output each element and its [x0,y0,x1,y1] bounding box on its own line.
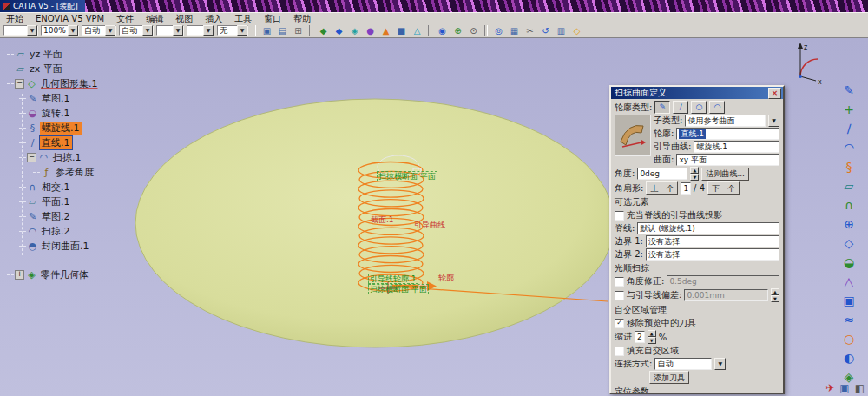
jet-icon[interactable]: ✈ [825,382,834,394]
tree-item-旋转.1[interactable]: ◒旋转.1 [19,106,187,121]
tree-item-几何图形集.1[interactable]: −◇几何图形集.1 [7,76,187,91]
toolbar-icon-8[interactable]: ▲ [379,25,392,36]
subtype-select[interactable]: 使用参考曲面 [685,115,766,127]
sweep-icon[interactable]: △ [839,273,858,289]
tree-item-零件几何体[interactable]: +◈零件几何体 [7,267,187,282]
boundary2-field[interactable]: 没有选择 [646,248,779,261]
auto-combo-2[interactable]: 自动▼ [119,25,154,36]
blend-icon[interactable]: ○ [839,330,858,346]
chevron-down-icon[interactable]: ▼ [203,25,214,36]
chevron-down-icon[interactable]: ▼ [768,115,779,127]
toolbar-icon-4[interactable]: ◆ [317,25,330,36]
title-bar[interactable]: CATIA V5 - [装配] [0,0,85,12]
toolbar-icon-12[interactable]: ⊕ [451,25,464,36]
plane-icon[interactable]: ▱ [839,177,858,194]
line-type-combo[interactable]: ▼ [187,25,214,36]
tree-item-yz 平面[interactable]: ▱yz 平面 [7,47,187,62]
next-sector-button[interactable]: 下一个 [707,182,740,195]
tree-item-直线.1[interactable]: ∕直线.1 [19,135,187,150]
angle-field[interactable]: 0deg [637,168,687,180]
fill-checkbox[interactable] [615,346,624,356]
conic-profile-icon[interactable]: ◠ [709,101,725,114]
angle-correction-checkbox[interactable] [615,277,624,287]
profile-field[interactable]: 直线.1 [676,128,779,140]
deviation-spinner[interactable]: ▲▼ [771,288,779,302]
loft-icon[interactable]: ≈ [839,311,858,327]
intersect-icon[interactable]: ∩ [839,196,858,213]
law-curve-button[interactable]: 法则曲线... [701,168,749,181]
toolbar-icon-15[interactable]: ▦ [508,25,521,36]
add-cutter-button[interactable]: 添加刀具 [649,371,689,384]
guide-field[interactable]: 螺旋线.1 [694,141,779,153]
tree-item-草图.2[interactable]: ✎草图.2 [19,209,187,224]
sector-value-field[interactable]: 1 [681,182,691,195]
toolbar-icon-6[interactable]: ◈ [348,25,361,36]
toolbar-icon-7[interactable]: ● [364,25,377,36]
chevron-down-icon[interactable]: ▼ [142,25,153,36]
toolbar-icon-14[interactable]: ◎ [492,25,505,36]
remove-cutters-checkbox[interactable]: ✓ [615,319,624,328]
style-combo[interactable]: ▼ [3,25,38,36]
dialog-close-button[interactable]: × [768,88,781,99]
line-profile-icon[interactable]: ∕ [673,101,688,114]
circle-profile-icon[interactable]: ○ [691,101,707,114]
tree-item-封闭曲面.1[interactable]: ◓封闭曲面.1 [19,239,187,254]
toolbar-icon-18[interactable]: ▥ [555,25,568,36]
tree-item-扫掠.1[interactable]: −◠扫掠.1 [19,150,187,165]
tree-item-相交.1[interactable]: ∩相交.1 [19,180,187,195]
toolbar-icon-19[interactable]: ◇ [570,25,583,36]
toolbar-icon-2[interactable]: ▤ [276,25,289,36]
chevron-down-icon[interactable]: ▼ [105,25,115,36]
tree-item-草图.1[interactable]: ✎草图.1 [19,91,187,106]
helix-icon[interactable]: § [839,158,858,175]
chevron-down-icon[interactable]: ▼ [173,25,183,36]
toolbar-icon-10[interactable]: △ [411,25,424,36]
none-combo[interactable]: 无▼ [217,25,248,36]
chevron-down-icon[interactable]: ▼ [27,25,37,36]
sketch-icon[interactable]: ✎ [839,82,858,98]
tree-expander-icon[interactable]: + [15,270,24,280]
curve-icon[interactable]: ◠ [839,139,858,155]
line-weight-combo[interactable]: ▼ [156,25,184,36]
toolbar-icon-9[interactable]: ■ [395,25,408,36]
toolbar-icon-11[interactable]: ◉ [436,25,449,36]
deviation-checkbox[interactable] [615,291,624,300]
indent-field[interactable]: 2 [635,331,645,343]
line-icon[interactable]: ∕ [839,120,858,136]
chevron-down-icon[interactable]: ▼ [68,25,78,36]
explicit-profile-icon[interactable]: ✎ [654,101,670,114]
indent-spinner[interactable]: ▲▼ [648,330,656,344]
surface-field[interactable]: xy 平面 [676,154,779,166]
tree-item-扫掠.2[interactable]: ◠扫掠.2 [19,224,187,239]
fill-icon[interactable]: ▣ [839,292,858,308]
toolbar-icon-13[interactable]: ⊙ [467,25,480,36]
toolbar-icon-5[interactable]: ◆ [332,25,345,36]
angle-correction-field[interactable]: 0.5deg [667,275,779,287]
status-icon-1[interactable]: ▣ [839,382,849,394]
toolbar-icon-16[interactable]: ✂ [523,25,536,36]
previous-sector-button[interactable]: 上一个 [646,182,678,195]
connect-select[interactable]: 自动 [654,358,712,370]
status-icon-2[interactable]: ◧ [855,382,865,394]
toolbar-icon-1[interactable]: ▣ [260,25,273,36]
auto-combo-1[interactable]: 自动▼ [82,25,116,36]
dialog-titlebar[interactable]: 扫掠曲面定义 × [611,87,783,99]
tree-item-zx 平面[interactable]: ▱zx 平面 [7,62,187,76]
chevron-down-icon[interactable]: ▼ [714,358,726,370]
projection-checkbox[interactable] [615,211,624,221]
tree-expander-icon[interactable]: − [27,153,36,162]
toolbar-icon-17[interactable]: ↺ [539,25,552,36]
angle-spinner[interactable]: ▲▼ [690,167,699,181]
extrude-icon[interactable]: ◇ [839,234,858,251]
toolbar-icon-3[interactable]: ⊞ [292,25,305,36]
project-icon[interactable]: ⊕ [839,215,858,232]
tree-item-平面.1[interactable]: ▱平面.1 [19,195,187,209]
chevron-down-icon[interactable]: ▼ [237,25,247,36]
zoom-combo[interactable]: 100%▼ [41,25,79,36]
join-icon[interactable]: ◐ [839,349,858,366]
revolve-icon[interactable]: ◒ [839,254,858,270]
tree-expander-icon[interactable]: − [15,79,24,89]
menu-ENOVIA V5 VPM[interactable]: ENOVIA V5 VPM [30,14,110,23]
point-icon[interactable]: + [839,101,858,117]
spine-field[interactable]: 默认 (螺旋线.1) [637,222,779,234]
